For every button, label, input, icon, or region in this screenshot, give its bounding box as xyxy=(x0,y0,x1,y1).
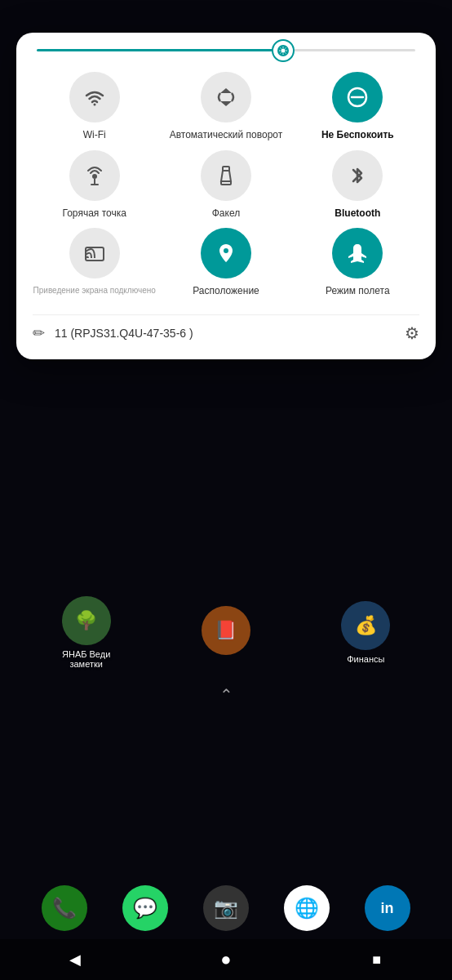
svg-line-5 xyxy=(280,47,281,48)
edit-icon[interactable]: ✏ xyxy=(33,324,45,342)
wifi-label: Wi-Fi xyxy=(83,129,106,142)
dock-phone[interactable]: 📞 xyxy=(42,885,87,931)
autorotate-label: Автоматический поворот xyxy=(170,129,283,142)
dnd-label: Не Беспокоить xyxy=(321,129,394,142)
wifi-icon xyxy=(69,72,120,122)
toggle-hotspot[interactable]: Горячая точка xyxy=(33,150,156,220)
svg-line-7 xyxy=(285,47,286,48)
toggle-flashlight[interactable]: Факел xyxy=(164,150,287,220)
home-screen: 🌳 ЯНАБ Веди заметки 📕 💰 Финансы ⌃ xyxy=(0,596,452,713)
cast-icon xyxy=(69,228,120,278)
brightness-row[interactable] xyxy=(33,49,419,51)
location-label: Расположение xyxy=(193,285,259,298)
dock-linkedin[interactable]: in xyxy=(365,885,410,931)
app-label-yanab: ЯНАБ Веди заметки xyxy=(54,649,119,669)
location-icon xyxy=(201,228,251,278)
svg-point-0 xyxy=(281,48,285,52)
bluetooth-icon xyxy=(332,150,383,201)
app-icon-book: 📕 xyxy=(202,606,250,655)
bluetooth-label: Bluetooth xyxy=(335,207,380,220)
hotspot-icon xyxy=(69,150,120,201)
svg-point-9 xyxy=(93,104,95,106)
toggle-autorotate[interactable]: Автоматический поворот xyxy=(164,72,287,142)
svg-rect-15 xyxy=(221,181,231,185)
panel-footer: ✏ 11 (RPJS31.Q4U-47-35-6 ) ⚙ xyxy=(33,314,419,343)
toggle-location[interactable]: Расположение xyxy=(164,228,287,298)
settings-gear-icon[interactable]: ⚙ xyxy=(405,323,419,343)
app-row-1: 🌳 ЯНАБ Веди заметки 📕 💰 Финансы xyxy=(16,596,436,669)
toggle-bluetooth[interactable]: Bluetooth xyxy=(296,150,419,220)
toggle-grid: Wi-Fi Автоматический поворот xyxy=(33,72,419,298)
chevron-up[interactable]: ⌃ xyxy=(16,685,436,705)
brightness-sun-icon xyxy=(277,45,289,56)
flashlight-icon xyxy=(201,150,251,201)
nav-recent-button[interactable]: ■ xyxy=(365,947,389,972)
dock-chrome[interactable]: 🌐 xyxy=(284,885,330,931)
toggle-dnd[interactable]: Не Беспокоить xyxy=(296,72,419,142)
toggle-airplane[interactable]: Режим полета xyxy=(296,228,419,298)
cast-label: Приведение экрана подключено xyxy=(33,285,156,296)
nav-back-button[interactable]: ◀ xyxy=(63,947,87,972)
app-item-finance[interactable]: 💰 Финансы xyxy=(333,601,398,664)
dock-camera[interactable]: 📷 xyxy=(203,885,249,931)
app-icon-finance: 💰 xyxy=(341,601,390,650)
toggle-cast[interactable]: Приведение экрана подключено xyxy=(33,228,156,298)
svg-line-6 xyxy=(285,52,286,53)
autorotate-icon xyxy=(201,72,251,122)
toggle-wifi[interactable]: Wi-Fi xyxy=(33,72,156,142)
nav-bar: ◀ ● ■ xyxy=(0,939,452,980)
dock: 📞 💬 📷 🌐 in xyxy=(0,885,452,931)
app-label-finance: Финансы xyxy=(347,654,384,664)
version-text: 11 (RPJS31.Q4U-47-35-6 ) xyxy=(55,327,405,340)
nav-home-button[interactable]: ● xyxy=(214,947,238,972)
hotspot-label: Горячая точка xyxy=(62,207,126,220)
quick-settings-panel: Wi-Fi Автоматический поворот xyxy=(16,33,436,359)
dnd-icon xyxy=(332,72,383,122)
flashlight-label: Факел xyxy=(212,207,240,220)
svg-point-12 xyxy=(92,174,97,179)
svg-point-17 xyxy=(224,248,228,253)
brightness-slider[interactable] xyxy=(37,49,415,51)
svg-line-8 xyxy=(280,52,281,53)
app-item-yanab[interactable]: 🌳 ЯНАБ Веди заметки xyxy=(54,596,119,669)
dock-whatsapp[interactable]: 💬 xyxy=(122,885,168,931)
app-icon-yanab: 🌳 xyxy=(62,596,111,645)
brightness-thumb[interactable] xyxy=(272,39,295,62)
airplane-icon xyxy=(332,228,383,278)
airplane-label: Режим полета xyxy=(326,285,390,298)
app-item-book[interactable]: 📕 xyxy=(193,606,259,659)
